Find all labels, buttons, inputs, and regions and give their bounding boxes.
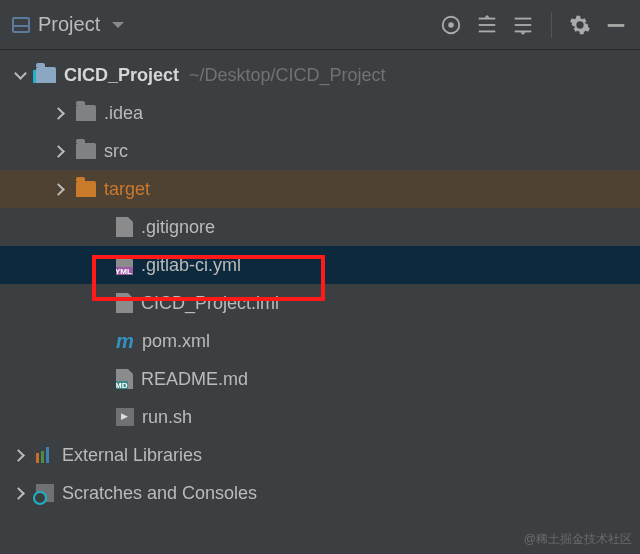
libraries-icon — [36, 447, 54, 463]
tree-root-row[interactable]: CICD_Project ~/Desktop/CICD_Project — [0, 56, 640, 94]
project-toolbar: Project — [0, 0, 640, 50]
gear-icon[interactable] — [568, 13, 592, 37]
spacer — [94, 335, 106, 347]
maven-icon: m — [116, 332, 134, 350]
root-path: ~/Desktop/CICD_Project — [189, 65, 386, 86]
folder-icon — [76, 181, 96, 197]
toolbar-divider — [551, 12, 552, 38]
node-label: Scratches and Consoles — [62, 483, 257, 504]
project-view-selector[interactable]: Project — [12, 13, 124, 36]
svg-rect-7 — [515, 24, 532, 26]
node-label: src — [104, 141, 128, 162]
svg-point-1 — [448, 22, 454, 28]
tree-row-pom[interactable]: m pom.xml — [0, 322, 640, 360]
root-name: CICD_Project — [64, 65, 179, 86]
folder-icon — [76, 105, 96, 121]
svg-rect-6 — [515, 17, 532, 19]
node-label: External Libraries — [62, 445, 202, 466]
tree-row-target[interactable]: target — [0, 170, 640, 208]
node-label: run.sh — [142, 407, 192, 428]
node-label: target — [104, 179, 150, 200]
svg-marker-9 — [520, 32, 526, 35]
scratches-icon — [36, 484, 54, 502]
svg-rect-4 — [479, 30, 496, 32]
watermark: @稀土掘金技术社区 — [524, 531, 632, 548]
node-label: CICD_Project.iml — [141, 293, 279, 314]
svg-rect-3 — [479, 24, 496, 26]
spacer — [94, 373, 106, 385]
select-opened-file-icon[interactable] — [439, 13, 463, 37]
yml-file-icon: YML — [116, 255, 133, 275]
svg-rect-10 — [608, 24, 625, 27]
chevron-right-icon[interactable] — [14, 449, 26, 461]
chevron-right-icon[interactable] — [54, 107, 66, 119]
hide-icon[interactable] — [604, 13, 628, 37]
tree-row-gitlab-ci[interactable]: YML .gitlab-ci.yml — [0, 246, 640, 284]
file-icon — [116, 293, 133, 313]
project-tree: CICD_Project ~/Desktop/CICD_Project .ide… — [0, 50, 640, 518]
expand-all-icon[interactable] — [475, 13, 499, 37]
chevron-down-icon — [112, 22, 124, 28]
tree-row-gitignore[interactable]: .gitignore — [0, 208, 640, 246]
tree-row-runsh[interactable]: run.sh — [0, 398, 640, 436]
chevron-right-icon[interactable] — [54, 183, 66, 195]
project-folder-icon — [36, 67, 56, 83]
node-label: .idea — [104, 103, 143, 124]
node-label: pom.xml — [142, 331, 210, 352]
file-icon — [116, 217, 133, 237]
spacer — [94, 221, 106, 233]
chevron-right-icon[interactable] — [14, 487, 26, 499]
project-panel-icon — [12, 17, 30, 33]
svg-rect-2 — [479, 17, 496, 19]
md-file-icon: MD — [116, 369, 133, 389]
spacer — [94, 297, 106, 309]
spacer — [94, 411, 106, 423]
svg-rect-8 — [515, 30, 532, 32]
chevron-right-icon[interactable] — [54, 145, 66, 157]
shell-file-icon — [116, 408, 134, 426]
tree-row-idea[interactable]: .idea — [0, 94, 640, 132]
tree-row-external-libraries[interactable]: External Libraries — [0, 436, 640, 474]
tree-row-iml[interactable]: CICD_Project.iml — [0, 284, 640, 322]
folder-icon — [76, 143, 96, 159]
node-label: .gitlab-ci.yml — [141, 255, 241, 276]
collapse-all-icon[interactable] — [511, 13, 535, 37]
project-view-label: Project — [38, 13, 100, 36]
node-label: .gitignore — [141, 217, 215, 238]
chevron-down-icon[interactable] — [14, 69, 26, 81]
tree-row-src[interactable]: src — [0, 132, 640, 170]
svg-marker-5 — [484, 14, 490, 17]
spacer — [94, 259, 106, 271]
node-label: README.md — [141, 369, 248, 390]
tree-row-scratches[interactable]: Scratches and Consoles — [0, 474, 640, 512]
tree-row-readme[interactable]: MD README.md — [0, 360, 640, 398]
